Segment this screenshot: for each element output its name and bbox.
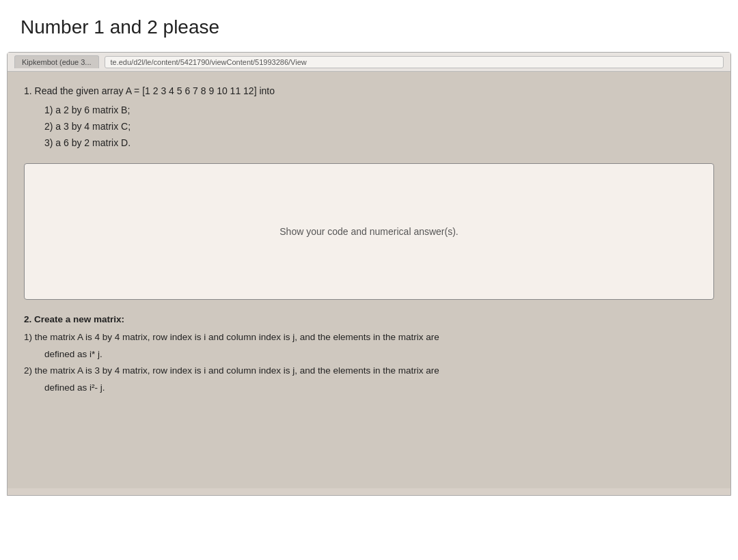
browser-window: Kipkembot (edue 3... te.edu/d2l/le/conte… [7,52,731,496]
content-area: 1. Read the given array A = [1 2 3 4 5 6… [8,72,730,488]
answer-box-label: Show your code and numerical answer(s). [252,185,485,278]
answer-box[interactable]: Show your code and numerical answer(s). [24,163,714,300]
question-1-block: 1. Read the given array A = [1 2 3 4 5 6… [24,84,714,151]
page-title: Number 1 and 2 please [0,0,738,52]
question-2-sub1: 1) the matrix A is 4 by 4 matrix, row in… [24,330,714,345]
question-1-sub2: 2) a 3 by 4 matrix C; [44,119,714,135]
question-1-sub3: 3) a 6 by 2 matrix D. [44,135,714,152]
question-2-header: 2. Create a new matrix: [24,312,714,327]
address-bar[interactable]: te.edu/d2l/le/content/5421790/viewConten… [105,56,724,68]
browser-tab[interactable]: Kipkembot (edue 3... [14,55,99,68]
question-1-subitems: 1) a 2 by 6 matrix B; 2) a 3 by 4 matrix… [24,102,714,151]
browser-bar: Kipkembot (edue 3... te.edu/d2l/le/conte… [8,53,730,72]
question-2-sub1-indent: defined as i* j. [24,347,714,362]
question-2-block: 2. Create a new matrix: 1) the matrix A … [24,312,714,395]
question-1-header: 1. Read the given array A = [1 2 3 4 5 6… [24,84,714,98]
question-1-sub1: 1) a 2 by 6 matrix B; [44,102,714,119]
question-2-sub2: 2) the matrix A is 3 by 4 matrix, row in… [24,363,714,378]
question-2-sub2-indent: defined as i²- j. [24,380,714,395]
question-1-text: 1. Read the given array A = [1 2 3 4 5 6… [24,85,275,96]
